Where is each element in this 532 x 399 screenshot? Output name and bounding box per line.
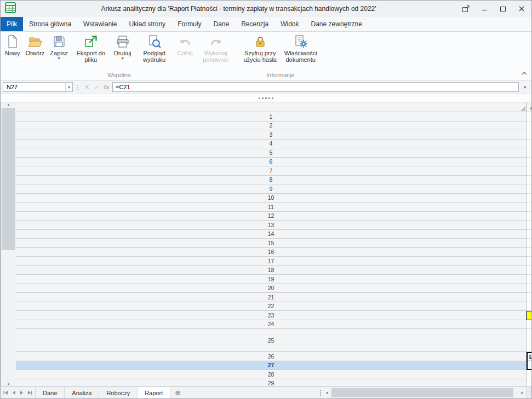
app-icon <box>5 2 16 15</box>
row-header-14[interactable]: 14 <box>16 230 526 239</box>
horizontal-scroll-thumb[interactable] <box>331 388 513 397</box>
document-properties-button[interactable]: Właściwości dokumentu <box>281 33 321 63</box>
row-header-28[interactable]: 28 <box>16 370 526 379</box>
ribbon-tab-bar: PlikStrona głównaWstawianieUkład stronyF… <box>1 17 531 32</box>
close-button[interactable] <box>517 4 526 13</box>
row-header-24[interactable]: 24 <box>16 320 526 329</box>
row-header-13[interactable]: 13 <box>16 221 526 230</box>
print-preview-button[interactable]: Podgląd wydruku <box>134 33 175 63</box>
undo-button: Cofnij <box>175 33 196 57</box>
undo-button-label: Cofnij <box>178 50 193 56</box>
horizontal-scrollbar[interactable]: ◂ ▸ <box>323 387 526 398</box>
vertical-scroll-thumb[interactable] <box>2 108 15 250</box>
row-header-4[interactable]: 4 <box>16 140 526 149</box>
last-sheet-icon[interactable] <box>27 390 32 396</box>
row-header-27[interactable]: 27 <box>16 361 526 371</box>
ribbon-tab-układ-strony[interactable]: Układ strony <box>123 17 171 31</box>
ribbon-tab-dane[interactable]: Dane <box>207 17 235 31</box>
vertical-scroll-track[interactable] <box>1 107 16 382</box>
scroll-down-icon[interactable]: ▾ <box>8 382 10 386</box>
maximize-button[interactable] <box>499 4 507 13</box>
popout-button[interactable] <box>461 4 470 13</box>
previous-sheet-icon[interactable] <box>12 390 16 396</box>
row-header-10[interactable]: 10 <box>16 194 526 203</box>
row-header-21[interactable]: 21 <box>16 293 526 302</box>
row-header-19[interactable]: 19 <box>16 275 526 284</box>
sheet-nav-buttons <box>1 387 35 398</box>
row-header-3[interactable]: 3 <box>16 130 526 140</box>
row-header-11[interactable]: 11 <box>16 203 526 212</box>
row-header-15[interactable]: 15 <box>16 239 526 248</box>
row-header-25[interactable]: 25 <box>16 329 526 352</box>
name-box-dropdown-icon[interactable]: ▾ <box>65 83 72 91</box>
row-header-26[interactable]: 26 <box>16 352 526 361</box>
ribbon-tab-strona-główna[interactable]: Strona główna <box>23 17 77 31</box>
printer-icon <box>116 34 130 49</box>
sheet-tab-dane[interactable]: Dane <box>35 387 65 398</box>
cell-A26[interactable]: Lp. <box>527 352 531 361</box>
horizontal-scroll-track[interactable] <box>330 387 519 398</box>
name-box[interactable]: N27 ▾ <box>3 82 73 92</box>
row-header-23[interactable]: 23 <box>16 311 526 320</box>
save-button[interactable]: Zapisz ▾ <box>47 33 70 61</box>
grid-canvas[interactable]: sprawozdanie o terminach zapłaty w trans… <box>527 112 531 386</box>
sheet-tab-analiza[interactable]: Analiza <box>65 387 99 398</box>
row-header-18[interactable]: 18 <box>16 266 526 275</box>
ribbon-tab-formuły[interactable]: Formuły <box>171 17 207 31</box>
cell-A27[interactable]: 1. <box>527 361 531 371</box>
vertical-scrollbar[interactable]: ▴ ▾ <box>1 102 16 386</box>
encrypt-password-button[interactable]: Szyfruj przy użyciu hasła <box>240 33 281 63</box>
ribbon-tab-wstawianie[interactable]: Wstawianie <box>77 17 123 31</box>
splitter-handle[interactable] <box>259 97 273 99</box>
row-header-6[interactable]: 6 <box>16 158 526 167</box>
row-header-2[interactable]: 2 <box>16 122 526 131</box>
row-header-8[interactable]: 8 <box>16 176 526 185</box>
ribbon-tab-widok[interactable]: Widok <box>274 17 305 31</box>
ribbon-group-information: Szyfruj przy użyciu hasła Właściwości do… <box>238 32 323 80</box>
select-all-button[interactable] <box>16 102 527 112</box>
print-preview-button-label: Podgląd wydruku <box>137 50 172 63</box>
redo-button-label: Wykonaj ponownie <box>198 50 233 63</box>
cancel-button: ✕ <box>83 84 91 91</box>
formula-input[interactable]: =C21 <box>112 82 519 92</box>
row-header-5[interactable]: 5 <box>16 148 526 158</box>
export-file-button[interactable]: Eksport do pliku <box>71 33 111 63</box>
ribbon-tab-dane-zewnętrzne[interactable]: Dane zewnętrzne <box>305 17 368 31</box>
column-header-A[interactable]: A <box>527 102 531 112</box>
row-header-1[interactable]: 1 <box>16 112 526 122</box>
print-dropdown-icon[interactable]: ▾ <box>122 56 124 61</box>
print-button[interactable]: Drukuj ▾ <box>111 33 134 61</box>
row-header-16[interactable]: 16 <box>16 248 526 257</box>
ribbon-collapse-button[interactable] <box>522 67 527 77</box>
scroll-left-icon[interactable]: ◂ <box>323 390 330 395</box>
scroll-up-icon[interactable]: ▴ <box>8 102 10 107</box>
add-sheet-button[interactable]: ⊕ <box>170 387 185 398</box>
ribbon-tab-recenzja[interactable]: Recenzja <box>235 17 274 31</box>
row-header-20[interactable]: 20 <box>16 284 526 293</box>
minimize-button[interactable] <box>480 4 489 13</box>
tabbar-resize-grip[interactable] <box>318 387 323 398</box>
new-button[interactable]: Nowy <box>2 33 23 57</box>
ribbon-tab-plik[interactable]: Plik <box>1 17 23 31</box>
export-file-icon <box>84 34 98 49</box>
sheet-tab-roboczy[interactable]: Roboczy <box>99 387 138 398</box>
row-header-7[interactable]: 7 <box>16 166 526 176</box>
row-header-17[interactable]: 17 <box>16 257 526 266</box>
ribbon: Nowy Otwórz Zapisz ▾ Eksport do pliku <box>1 32 531 80</box>
window-controls <box>461 4 526 13</box>
save-dropdown-icon[interactable]: ▾ <box>58 56 60 61</box>
sheet-tab-raport[interactable]: Raport <box>138 387 170 398</box>
document-properties-icon <box>294 34 308 49</box>
row-header-9[interactable]: 9 <box>16 184 526 194</box>
row-header-29[interactable]: 29 <box>16 379 526 387</box>
scroll-right-icon[interactable]: ▸ <box>519 390 526 395</box>
row-header-22[interactable]: 22 <box>16 302 526 311</box>
open-button[interactable]: Otwórz <box>23 33 48 57</box>
ribbon-group-label-information: Informacje <box>240 71 321 80</box>
formula-expand-button[interactable]: ▾ <box>520 85 529 90</box>
encrypt-password-button-label: Szyfruj przy użyciu hasła <box>243 50 278 63</box>
cell-A23[interactable]: Dane wg formy zestawienia zbiorczego pre… <box>527 311 531 320</box>
first-sheet-icon[interactable] <box>3 390 8 396</box>
next-sheet-icon[interactable] <box>20 390 24 396</box>
row-header-12[interactable]: 12 <box>16 212 526 221</box>
